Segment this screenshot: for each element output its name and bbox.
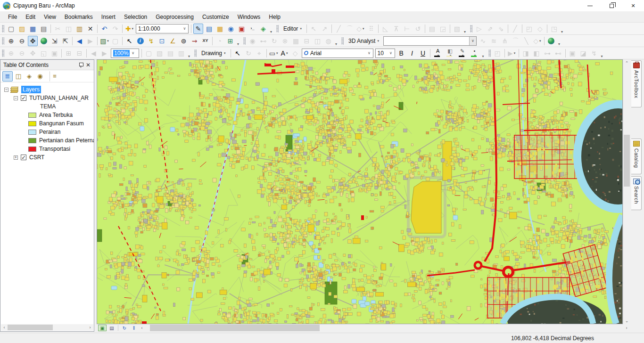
combo-dropdown-icon[interactable]: ∨ — [388, 51, 395, 55]
font-color-button[interactable]: A▾ — [432, 48, 444, 58]
menu-item-geoprocessing[interactable]: Geoprocessing — [151, 12, 198, 22]
modelbuilder-window-button[interactable]: ◈ — [258, 24, 268, 34]
new-map-button[interactable]: ▢ — [6, 24, 16, 34]
legend-swatch[interactable] — [28, 121, 36, 126]
viewer-window-tool[interactable]: ⊞ — [225, 36, 235, 46]
toolbar-grip[interactable] — [2, 49, 4, 57]
layer-visibility-checkbox[interactable]: ✓ — [21, 155, 26, 160]
map-scroll-right-icon[interactable]: › — [623, 325, 630, 331]
map-canvas[interactable] — [97, 60, 622, 324]
toolbar-grip[interactable] — [341, 37, 344, 45]
combo-dropdown-icon[interactable]: ∨ — [469, 37, 476, 45]
full-extent-button[interactable] — [39, 36, 49, 46]
label-priority-button[interactable]: ◨ — [521, 48, 531, 58]
fixed-zoom-out-button[interactable]: ⇱ — [60, 36, 70, 46]
map-scroll-down-icon[interactable]: ⌄ — [623, 317, 630, 324]
toc-scroll-left-icon[interactable]: ‹ — [1, 324, 8, 331]
toolbar-overflow-icon[interactable]: ▾ — [600, 54, 604, 58]
steepest-path-tool[interactable]: ⋔ — [500, 36, 510, 46]
topology-error-inspector-button[interactable]: ⊗ — [280, 36, 290, 46]
find-tool[interactable]: ⊚ — [179, 36, 189, 46]
toc-layer-row[interactable]: −✓TUTUPAN_LAHAN_AR — [0, 94, 94, 102]
marker-color-button[interactable]: •▾ — [469, 48, 480, 58]
undo-button[interactable]: ↶ — [99, 24, 109, 34]
legend-item-row[interactable]: Area Terbuka — [0, 111, 94, 119]
contour-tool[interactable]: ⌒ — [511, 36, 520, 46]
python-window-button[interactable]: ›_ — [248, 24, 257, 34]
layer-name-tutupan_lahan_ar[interactable]: TUTUPAN_LAHAN_AR — [29, 95, 89, 101]
layer-visibility-checkbox[interactable]: ✓ — [21, 95, 26, 101]
toolbar-grip[interactable] — [2, 25, 4, 33]
line-color-button[interactable]: ✎▾ — [457, 48, 468, 58]
label-weight-button[interactable]: ◧ — [532, 48, 542, 58]
refresh-view-button[interactable]: ↻ — [120, 325, 129, 331]
attributes-window-button[interactable]: ▤ — [427, 24, 437, 34]
layout-toggle-draft-mode-button[interactable]: ▢ — [144, 48, 154, 58]
combo-dropdown-icon[interactable]: ∨ — [130, 51, 137, 55]
toc-scroll-right-icon[interactable]: › — [87, 324, 93, 331]
menu-item-edit[interactable]: Edit — [21, 12, 40, 22]
pause-labeling-button[interactable]: ⊷ — [553, 48, 563, 58]
open-button[interactable]: ▨ — [17, 24, 27, 34]
legend-swatch[interactable] — [28, 130, 36, 135]
reshape-edge-tool[interactable]: ◰ — [524, 24, 534, 34]
minimize-button[interactable] — [579, 0, 601, 11]
close-button[interactable]: ✕ — [622, 0, 644, 11]
dock-tab-search[interactable]: Search — [631, 176, 642, 210]
time-slider-button[interactable]: ◔ — [215, 36, 224, 46]
split-tool[interactable]: ⊢ — [402, 24, 412, 34]
map-scroll-up-icon[interactable]: ⌃ — [623, 59, 630, 66]
toolbar-overflow-icon[interactable]: ▾ — [557, 42, 561, 46]
editor-menu-button[interactable]: Editor▾ — [280, 24, 305, 33]
print-button[interactable]: ▤ — [39, 24, 49, 34]
drawing-menu-button[interactable]: Drawing▾ — [198, 49, 229, 58]
layout-go-back-extent-button[interactable]: ◀ — [89, 48, 99, 58]
layout-view-button[interactable]: ▤ — [107, 325, 116, 331]
edit-tool[interactable]: ↖ — [309, 24, 319, 34]
font-size-combo[interactable]: 10∨ — [375, 49, 395, 58]
key-numbering-button[interactable]: ↯ — [589, 48, 599, 58]
table-of-contents-window-button[interactable]: ▤ — [204, 24, 214, 34]
map-scroll-left-icon[interactable]: ‹ — [139, 325, 145, 331]
view-unplaced-labels-button[interactable]: ▣ — [568, 48, 578, 58]
layer-name-csrt[interactable]: CSRT — [29, 154, 44, 161]
zoom-in-tool[interactable]: ⊕ — [6, 36, 16, 46]
map-vertical-scrollbar[interactable]: ⌃ ⌄ — [623, 59, 630, 324]
legend-swatch[interactable] — [28, 113, 36, 118]
identify-tool[interactable]: i — [135, 36, 145, 46]
toolbar-grip[interactable] — [488, 49, 491, 57]
layout-zoom-percent-combo[interactable]: 100%∨ — [111, 49, 139, 58]
label-manager-button[interactable]: ▶▾ — [507, 48, 517, 58]
map-scale-combo[interactable]: 1:10.000∨ — [136, 24, 189, 33]
pan-tool[interactable]: ✥ — [28, 36, 38, 46]
toc-close-icon[interactable]: ✕ — [84, 61, 92, 69]
zoom-to-selected-elements-button[interactable]: ⌖ — [255, 48, 264, 58]
search-window-button[interactable]: ◉ — [226, 24, 236, 34]
toc-root-row[interactable]: −Layers — [0, 85, 94, 94]
toolbar-overflow-icon[interactable]: ▾ — [334, 42, 339, 46]
straight-segment-tool[interactable]: ╱ — [334, 24, 344, 34]
pause-drawing-button[interactable]: ‖ — [130, 325, 138, 331]
expand-icon[interactable]: + — [14, 155, 18, 160]
toolbar-overflow-icon[interactable]: ▾ — [560, 30, 564, 34]
layout-change-layout-button[interactable]: ▤ — [165, 48, 175, 58]
shape-tool[interactable]: ▭▾ — [269, 48, 279, 58]
topology-build-button[interactable]: ◫ — [313, 36, 322, 46]
modify-sketch-tool[interactable]: ◇ — [535, 24, 545, 34]
toc-root-label[interactable]: Layers — [21, 86, 41, 93]
point-tool[interactable]: ⠿ — [366, 24, 376, 34]
menu-item-view[interactable]: View — [40, 12, 60, 22]
toolbar-overflow-icon[interactable]: ▾ — [462, 30, 467, 34]
select-features-tool[interactable]: ▧▾ — [99, 36, 109, 46]
toolbar-grip[interactable] — [276, 25, 279, 33]
line-of-sight-tool[interactable]: ╲ — [521, 36, 531, 46]
list-by-source-button[interactable]: ◫ — [13, 71, 24, 82]
layout-pan-tool[interactable]: ✥ — [28, 48, 38, 58]
topology-fix-error-tool[interactable]: ▦ — [291, 36, 301, 46]
map-viewport[interactable] — [97, 59, 623, 324]
layout-fixed-zoom-in-button[interactable]: ⊞ — [64, 48, 74, 58]
menu-item-insert[interactable]: Insert — [97, 12, 120, 22]
restore-button[interactable] — [601, 0, 622, 11]
layout-fixed-zoom-out-button[interactable]: ⊟ — [74, 48, 84, 58]
topology-shared-features-button[interactable]: ⊟ — [302, 36, 312, 46]
